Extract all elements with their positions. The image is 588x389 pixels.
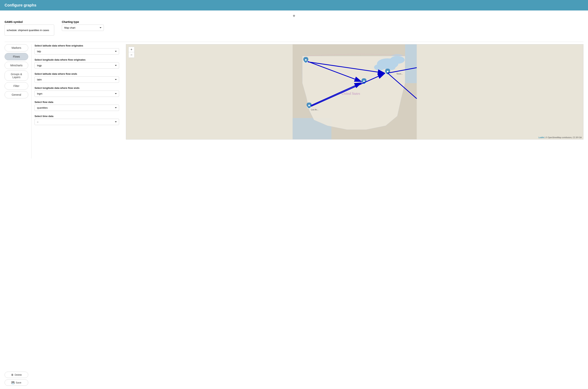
svg-point-22 — [387, 71, 388, 72]
flow-data-select[interactable]: quantities — [35, 105, 119, 111]
gams-symbol-label: GAMS symbol — [4, 20, 54, 23]
map-zoom-controls: + − — [128, 47, 135, 58]
charting-type-label: Charting type — [62, 20, 104, 23]
form-group-lng-origin: Select longitude data where flow origina… — [35, 58, 119, 69]
lng-end-label: Select longitude data where flow ends — [35, 87, 119, 89]
left-nav: Markers Flows Minicharts Groups &Layers … — [4, 44, 31, 386]
gams-symbol-section: GAMS symbol schedule: shipment quantitie… — [4, 20, 54, 36]
time-data-select[interactable]: – — [35, 119, 119, 125]
nav-btn-general[interactable]: General — [4, 91, 28, 98]
svg-point-15 — [390, 56, 405, 64]
save-icon: 💾 — [11, 381, 14, 384]
form-group-lat-origin: Select latitude data where flow originat… — [35, 44, 119, 55]
main-content: + GAMS symbol schedule: shipment quantit… — [0, 10, 588, 389]
save-button[interactable]: 💾 Save — [4, 380, 28, 386]
bottom-section: Markers Flows Minicharts Groups &Layers … — [4, 44, 584, 386]
svg-rect-4 — [405, 44, 417, 83]
form-group-flow-data: Select flow data quantities — [35, 101, 119, 111]
header-title: Configure graphs — [4, 3, 37, 7]
svg-point-16 — [374, 64, 385, 70]
lng-origin-select[interactable]: lngp — [35, 62, 119, 69]
app-header: Configure graphs — [0, 0, 588, 10]
svg-point-24 — [363, 80, 365, 82]
time-data-label: Select time data — [35, 115, 119, 118]
nav-btn-groups-layers[interactable]: Groups &Layers — [4, 70, 28, 81]
charting-type-section: Charting type Map chart Bar chart Line c… — [62, 20, 104, 31]
nav-actions: 🗑 Delete 💾 Save — [4, 368, 28, 386]
form-group-lng-end: Select longitude data where flow ends ln… — [35, 87, 119, 97]
form-group-lat-end: Select latitude data where flow ends lat… — [35, 72, 119, 83]
zoom-in-button[interactable]: + — [129, 47, 134, 52]
flow-data-label: Select flow data — [35, 101, 119, 103]
center-panel: Select latitude data where flow originat… — [31, 44, 123, 159]
osm-attribution: © OpenStreetMap contributors, CC-BY-SA — [546, 136, 582, 139]
delete-label: Delete — [15, 373, 22, 376]
zoom-out-button[interactable]: − — [129, 52, 134, 58]
leaflet-link[interactable]: Leaflet — [539, 136, 544, 139]
svg-text:United States: United States — [341, 92, 360, 96]
svg-text:Los An...: Los An... — [311, 109, 319, 111]
top-section: GAMS symbol schedule: shipment quantitie… — [4, 20, 584, 36]
map-container[interactable]: + − — [126, 44, 584, 139]
charting-type-select[interactable]: Map chart Bar chart Line chart Scatter p… — [62, 25, 104, 31]
svg-point-26 — [308, 105, 310, 106]
svg-text:Toron...: Toron... — [397, 73, 403, 75]
lat-end-select[interactable]: latm — [35, 76, 119, 83]
add-button[interactable]: + — [4, 14, 584, 18]
gams-symbol-select[interactable]: schedule: shipment quantities in cases — [4, 25, 54, 36]
nav-btn-filter[interactable]: Filter — [4, 82, 28, 90]
trash-icon: 🗑 — [11, 373, 14, 376]
center-panel-inner: Select latitude data where flow originat… — [35, 44, 120, 125]
save-label: Save — [16, 381, 21, 384]
map-attribution: Leaflet | © OpenStreetMap contributors, … — [539, 136, 582, 139]
svg-point-20 — [305, 59, 307, 61]
delete-button[interactable]: 🗑 Delete — [4, 372, 28, 378]
nav-btn-minicharts[interactable]: Minicharts — [4, 62, 28, 69]
divider — [4, 42, 584, 42]
form-group-time-data: Select time data – — [35, 115, 119, 125]
lat-origin-select[interactable]: latp — [35, 48, 119, 55]
nav-btn-markers[interactable]: Markers — [4, 44, 28, 51]
lat-origin-label: Select latitude data where flow originat… — [35, 44, 119, 47]
map-panel: + − — [126, 44, 584, 386]
lat-end-label: Select latitude data where flow ends — [35, 72, 119, 75]
nav-btn-flows[interactable]: Flows — [4, 53, 28, 60]
gams-symbol-value: schedule: shipment quantities in cases — [7, 29, 49, 32]
map-svg: United States — [126, 44, 583, 139]
lng-end-select[interactable]: lngm — [35, 91, 119, 97]
lng-origin-label: Select longitude data where flow origina… — [35, 58, 119, 61]
